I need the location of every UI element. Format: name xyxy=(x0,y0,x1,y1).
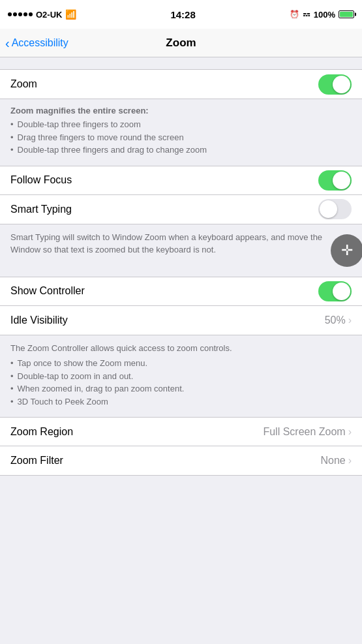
carrier-label: O2-UK xyxy=(36,10,62,20)
ctrl-bullet-2: • Double-tap to zoom in and out. xyxy=(10,370,352,383)
smart-typing-label: Smart Typing xyxy=(10,204,72,215)
zoom-toggle-group: Zoom xyxy=(0,69,362,99)
zoom-desc-bullets: • Double-tap three fingers to zoom • Dra… xyxy=(10,118,352,157)
battery-percent: 100% xyxy=(314,10,335,20)
zoom-label: Zoom xyxy=(10,78,37,90)
ctrl-bullet-4: • 3D Touch to Peek Zoom xyxy=(10,395,352,408)
content-area: Zoom Zoom magnifies the entire screen: •… xyxy=(0,57,362,487)
battery-indicator xyxy=(339,10,354,18)
zoom-description-block: Zoom magnifies the entire screen: • Doub… xyxy=(0,99,362,166)
controller-desc-bullets: • Tap once to show the Zoom menu. • Doub… xyxy=(10,357,352,408)
idle-visibility-value: 50% › xyxy=(325,314,352,326)
smart-typing-knob xyxy=(320,200,337,218)
zoom-controller-icon: ✛ xyxy=(341,242,353,259)
show-controller-row: Show Controller xyxy=(0,277,362,306)
idle-visibility-row[interactable]: Idle Visibility 50% › xyxy=(0,306,362,335)
zoom-options-group: Zoom Region Full Screen Zoom › Zoom Filt… xyxy=(0,417,362,476)
status-bar: O2-UK 📶 14:28 ⏰ 𝌂 100% xyxy=(0,0,362,29)
back-label: Accessibility xyxy=(12,37,68,49)
controller-desc-intro: The Zoom Controller allows quick access … xyxy=(10,342,352,355)
status-left: O2-UK 📶 xyxy=(8,9,76,20)
show-controller-toggle[interactable] xyxy=(318,281,352,301)
zoom-region-chevron: › xyxy=(348,426,352,438)
ctrl-bullet-2-text: Double-tap to zoom in and out. xyxy=(18,370,134,383)
zoom-desc-title: Zoom magnifies the entire screen: xyxy=(10,106,352,115)
nav-bar: ‹ Accessibility Zoom xyxy=(0,29,362,57)
zoom-filter-value: None › xyxy=(320,455,352,467)
controller-desc-block: The Zoom Controller allows quick access … xyxy=(0,335,362,418)
ctrl-bullet-3: • When zoomed in, drag to pan zoom conte… xyxy=(10,382,352,395)
zoom-row: Zoom xyxy=(0,70,362,99)
smart-typing-desc-text: Smart Typing will switch to Window Zoom … xyxy=(10,232,322,255)
follow-focus-toggle[interactable] xyxy=(318,170,352,191)
show-controller-knob xyxy=(333,283,350,300)
zoom-filter-row[interactable]: Zoom Filter None › xyxy=(0,446,362,475)
back-chevron-icon: ‹ xyxy=(5,37,10,50)
zoom-region-label: Zoom Region xyxy=(10,426,73,438)
show-controller-label: Show Controller xyxy=(10,285,85,297)
zoom-region-value: Full Screen Zoom › xyxy=(263,426,352,438)
section-gap-bottom xyxy=(0,476,362,487)
section-gap-1 xyxy=(0,57,362,69)
ctrl-bullet-4-text: 3D Touch to Peek Zoom xyxy=(18,395,108,408)
alarm-icon: ⏰ xyxy=(290,10,299,19)
ctrl-bullet-1: • Tap once to show the Zoom menu. xyxy=(10,357,352,370)
zoom-region-row[interactable]: Zoom Region Full Screen Zoom › xyxy=(0,418,362,446)
zoom-filter-chevron: › xyxy=(348,455,352,467)
follow-focus-label: Follow Focus xyxy=(10,174,72,186)
zoom-bullet-2: • Drag three fingers to move round the s… xyxy=(10,131,352,144)
idle-visibility-chevron: › xyxy=(348,314,352,326)
zoom-bullet-1-text: Double-tap three fingers to zoom xyxy=(18,118,141,131)
focus-typing-group: Follow Focus Smart Typing xyxy=(0,166,362,224)
zoom-region-text: Full Screen Zoom xyxy=(263,426,345,438)
zoom-toggle[interactable] xyxy=(318,74,352,95)
bluetooth-icon: 𝌂 xyxy=(303,10,310,20)
status-right: ⏰ 𝌂 100% xyxy=(290,10,354,20)
wifi-icon: 📶 xyxy=(65,9,76,20)
idle-visibility-label: Idle Visibility xyxy=(10,314,68,326)
smart-typing-toggle[interactable] xyxy=(318,199,352,219)
zoom-toggle-knob xyxy=(333,76,350,93)
zoom-bullet-3-text: Double-tap three fingers and drag to cha… xyxy=(18,144,207,157)
follow-focus-row: Follow Focus xyxy=(0,166,362,195)
ctrl-bullet-3-text: When zoomed in, drag to pan zoom content… xyxy=(18,382,185,395)
zoom-bullet-3: • Double-tap three fingers and drag to c… xyxy=(10,144,352,157)
controller-group: Show Controller Idle Visibility 50% › xyxy=(0,277,362,335)
page-title: Zoom xyxy=(166,37,196,50)
signal-dots xyxy=(8,12,33,16)
zoom-filter-text: None xyxy=(320,455,345,467)
back-button[interactable]: ‹ Accessibility xyxy=(5,37,68,50)
follow-focus-knob xyxy=(333,172,350,189)
status-time: 14:28 xyxy=(170,9,195,20)
zoom-controller-button[interactable]: ✛ xyxy=(331,234,362,267)
smart-typing-desc-block: Smart Typing will switch to Window Zoom … xyxy=(0,224,362,277)
zoom-bullet-2-text: Drag three fingers to move round the scr… xyxy=(18,131,184,144)
zoom-bullet-1: • Double-tap three fingers to zoom xyxy=(10,118,352,131)
zoom-filter-label: Zoom Filter xyxy=(10,455,63,467)
idle-visibility-text: 50% xyxy=(325,314,346,326)
ctrl-bullet-1-text: Tap once to show the Zoom menu. xyxy=(18,357,147,370)
smart-typing-row: Smart Typing xyxy=(0,195,362,224)
